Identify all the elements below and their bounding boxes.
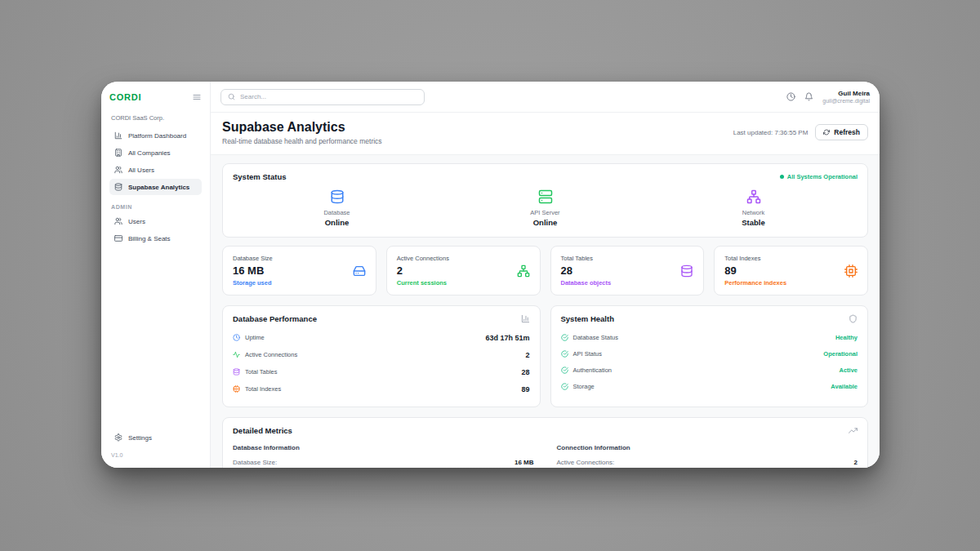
- status-item-label: Database: [323, 209, 350, 216]
- detail-value: 2: [854, 459, 858, 466]
- row-label: API Status: [573, 350, 602, 358]
- credit-card-icon: [114, 234, 122, 242]
- sidebar-item-supabase-analytics[interactable]: Supabase Analytics: [109, 179, 202, 195]
- version-label: V1.0: [109, 452, 202, 458]
- main-area: Guil Meira guil@creme.digital Supabase A…: [211, 82, 880, 468]
- row-label: Active Connections: [245, 351, 297, 358]
- row-label: Uptime: [245, 334, 265, 341]
- detail-row: Database Size: 16 MB: [233, 459, 534, 466]
- sidebar-item-label: Billing & Seats: [128, 235, 171, 242]
- sidebar-item-label: Users: [128, 218, 145, 225]
- org-label: CORDI SaaS Corp.: [109, 114, 202, 122]
- stat-card-total-tables: Total Tables 28 Database objects: [550, 246, 705, 295]
- health-row-api-status: API Status Operational: [561, 345, 858, 362]
- stat-card-total-indexes: Total Indexes 89 Performance indexes: [714, 246, 868, 295]
- row-label: Storage: [573, 383, 595, 390]
- database-icon: [114, 183, 122, 191]
- system-status-card: System Status All Systems Operational Da…: [222, 163, 868, 238]
- refresh-icon: [823, 129, 830, 136]
- sidebar-item-label: Platform Dashboard: [128, 132, 186, 140]
- row-value: Healthy: [835, 334, 858, 341]
- page-title: Supabase Analytics: [222, 120, 382, 135]
- row-label: Database Status: [573, 334, 618, 341]
- menu-icon[interactable]: [192, 92, 202, 102]
- detail-label: Active Connections:: [557, 459, 615, 466]
- search-icon: [228, 93, 235, 100]
- sidebar-item-all-users[interactable]: All Users: [109, 162, 202, 178]
- last-updated-text: Last updated: 7:36:55 PM: [733, 129, 808, 136]
- bar-chart-icon: [114, 131, 122, 140]
- status-badge-label: All Systems Operational: [787, 173, 858, 180]
- trending-up-icon: [849, 426, 858, 435]
- building-icon: [114, 149, 122, 157]
- performance-row-total-indexes: Total Indexes 89: [233, 380, 530, 398]
- stat-sublabel: Performance indexes: [724, 279, 786, 287]
- sidebar-item-settings[interactable]: Settings: [109, 429, 202, 446]
- check-circle-icon: [561, 367, 568, 374]
- notifications-bell-icon[interactable]: [804, 92, 813, 101]
- refresh-button[interactable]: Refresh: [815, 124, 868, 140]
- row-value: Available: [831, 383, 858, 390]
- app-logo: CORDI: [109, 92, 141, 102]
- stat-value: 28: [561, 264, 612, 277]
- gear-icon: [114, 433, 122, 442]
- stat-sublabel: Current sessions: [397, 279, 449, 287]
- page-header: Supabase Analytics Real-time database he…: [211, 113, 880, 155]
- detailed-metrics-card: Detailed Metrics Database Information Da…: [222, 417, 868, 468]
- status-dot-icon: [780, 175, 784, 179]
- status-item-database: Database Online: [233, 189, 441, 227]
- row-label: Authentication: [573, 367, 612, 374]
- performance-row-uptime: Uptime 63d 17h 51m: [233, 329, 530, 346]
- system-health-panel: System Health Database Status Healthy: [550, 305, 869, 407]
- detail-value: 16 MB: [514, 459, 534, 466]
- detail-row: Active Connections: 2: [557, 459, 858, 466]
- sidebar-item-platform-dashboard[interactable]: Platform Dashboard: [109, 127, 202, 144]
- admin-section-label: ADMIN: [109, 204, 202, 210]
- database-icon: [330, 189, 345, 204]
- system-status-title: System Status: [233, 172, 286, 181]
- sidebar-item-all-companies[interactable]: All Companies: [109, 144, 202, 161]
- sidebar-item-billing-seats[interactable]: Billing & Seats: [109, 230, 202, 247]
- sidebar-item-users[interactable]: Users: [109, 213, 202, 229]
- cpu-icon: [844, 264, 858, 278]
- network-icon: [746, 189, 761, 204]
- check-circle-icon: [561, 334, 568, 341]
- topbar: Guil Meira guil@creme.digital: [211, 82, 880, 113]
- search-box[interactable]: [220, 89, 425, 105]
- panel-title: Detailed Metrics: [233, 426, 292, 435]
- performance-row-active-connections: Active Connections 2: [233, 346, 530, 363]
- status-item-label: Network: [742, 209, 765, 216]
- database-performance-panel: Database Performance Uptime 63d 17h 51m: [222, 305, 541, 407]
- database-icon: [233, 368, 240, 375]
- refresh-button-label: Refresh: [834, 128, 860, 136]
- health-row-authentication: Authentication Active: [561, 362, 858, 378]
- bar-chart-icon: [521, 314, 530, 323]
- page-content: System Status All Systems Operational Da…: [211, 155, 880, 468]
- panel-title: Database Performance: [233, 314, 317, 323]
- sidebar-footer: Settings V1.0: [109, 429, 202, 458]
- detail-column-connection-information: Connection Information Active Connection…: [557, 444, 858, 466]
- search-input[interactable]: [240, 93, 417, 100]
- network-icon: [517, 264, 530, 278]
- sidebar-item-label: All Companies: [128, 149, 171, 157]
- row-value: 2: [525, 351, 529, 359]
- sidebar-item-label: Supabase Analytics: [128, 184, 189, 191]
- check-circle-icon: [561, 383, 568, 390]
- stat-label: Total Indexes: [724, 255, 786, 262]
- stat-label: Total Tables: [561, 255, 612, 262]
- history-icon[interactable]: [786, 92, 795, 101]
- status-badge: All Systems Operational: [780, 173, 858, 180]
- row-value: Operational: [823, 350, 858, 358]
- hard-drive-icon: [353, 264, 366, 278]
- user-menu[interactable]: Guil Meira guil@creme.digital: [822, 90, 870, 104]
- row-value: 63d 17h 51m: [485, 334, 529, 342]
- stat-value: 16 MB: [233, 264, 273, 277]
- user-name: Guil Meira: [822, 90, 870, 97]
- stat-label: Active Connections: [397, 255, 449, 262]
- status-item-value: Stable: [742, 218, 765, 227]
- health-row-storage: Storage Available: [561, 378, 858, 394]
- check-circle-icon: [561, 350, 568, 358]
- users-icon: [114, 217, 122, 225]
- row-value: 28: [521, 368, 529, 376]
- detail-column-database-information: Database Information Database Size: 16 M…: [233, 444, 534, 466]
